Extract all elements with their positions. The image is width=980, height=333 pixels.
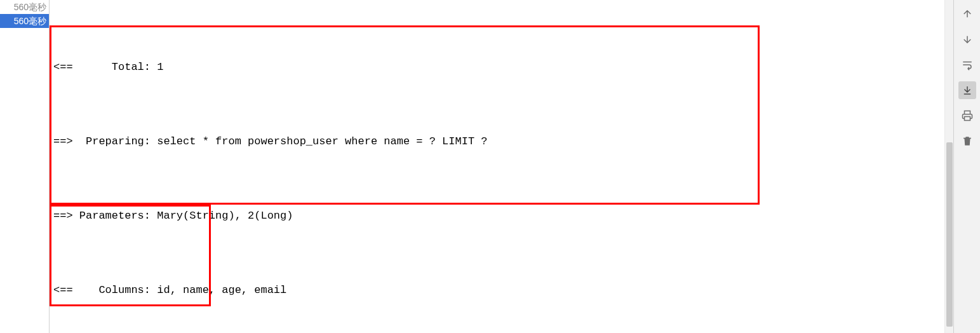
gutter: 560毫秒 560毫秒	[0, 0, 50, 333]
console-output: <== Total: 1 ==> Preparing: select * fro…	[50, 0, 944, 333]
gutter-timing[interactable]: 560毫秒	[0, 0, 49, 14]
trash-button[interactable]	[958, 132, 976, 150]
gutter-timing-selected[interactable]: 560毫秒	[0, 14, 49, 28]
log-line: ==> Preparing: select * from powershop_u…	[53, 129, 941, 154]
log-line: <== Total: 1	[53, 55, 941, 79]
console-toolbar	[953, 0, 980, 333]
log-line: <== Columns: id, name, age, email	[53, 278, 941, 302]
soft-wrap-button[interactable]	[958, 56, 976, 74]
scroll-up-button[interactable]	[958, 5, 976, 23]
scroll-thumb[interactable]	[946, 142, 953, 327]
scroll-to-end-button[interactable]	[958, 81, 976, 99]
vertical-scrollbar[interactable]	[944, 0, 953, 333]
scroll-down-button[interactable]	[958, 31, 976, 48]
print-button[interactable]	[958, 107, 976, 125]
log-line: ==> Parameters: Mary(String), 2(Long)	[53, 203, 941, 228]
